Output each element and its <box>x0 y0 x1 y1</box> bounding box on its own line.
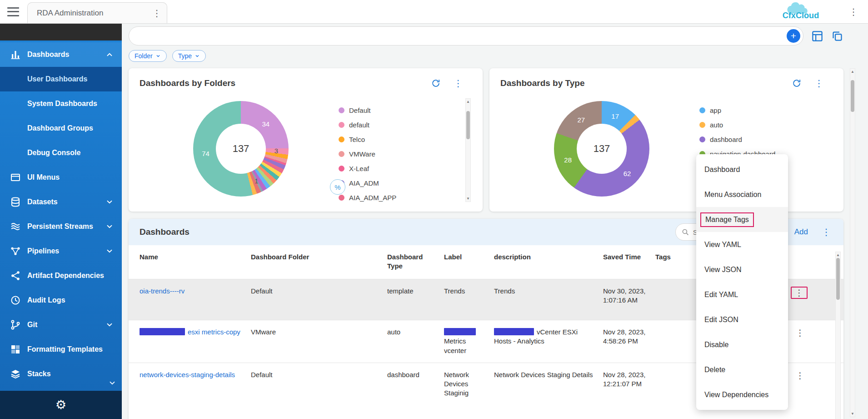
sidebar-scroll-down-icon[interactable] <box>108 379 116 387</box>
settings-gear-icon[interactable]: ⚙ <box>55 398 66 412</box>
cell-text: Default <box>251 287 273 295</box>
menu-item-menu-association[interactable]: Menu Association <box>696 182 788 207</box>
legend-item[interactable]: X-Leaf <box>339 161 396 176</box>
sidebar-item-debug-console[interactable]: Debug Console <box>0 141 122 165</box>
redacted-text <box>140 328 185 335</box>
dashboard-name-link[interactable]: oia-trends----rv <box>140 287 185 295</box>
chevron-down-icon <box>155 53 161 59</box>
chart-legend: appautodashboardnavigation-dashboard <box>699 103 775 161</box>
table-scrollbar[interactable]: ▲ <box>835 252 841 419</box>
cell-text: Nov 28, 2023, 4:58:26 PM <box>603 328 645 345</box>
sidebar-item-stacks[interactable]: Stacks <box>0 362 122 386</box>
cell-saved_time: Nov 28, 2023, 4:58:26 PM <box>603 328 655 355</box>
main-search: + <box>129 26 803 45</box>
copy-icon[interactable] <box>831 30 843 42</box>
legend-item[interactable]: app <box>699 103 775 117</box>
scroll-up-icon[interactable]: ▲ <box>836 252 840 258</box>
row-actions-kebab-icon[interactable]: ⋮ <box>795 288 803 297</box>
cell-text: Default <box>251 371 273 379</box>
sidebar-item-datasets[interactable]: Datasets <box>0 190 122 214</box>
percent-toggle-badge[interactable]: % <box>330 179 345 195</box>
sidebar-item-dashboards[interactable]: Dashboards <box>0 42 122 67</box>
scroll-down-icon[interactable]: ▼ <box>850 411 855 417</box>
legend-item[interactable]: Telco <box>339 132 396 146</box>
dashboard-name-link[interactable]: esxi metrics-copy <box>188 328 240 336</box>
sidebar-item-artifact-dependencies[interactable]: Artifact Dependencies <box>0 263 122 288</box>
cell-folder: VMware <box>251 328 387 355</box>
legend-item[interactable]: dashboard <box>699 132 775 146</box>
menu-item-disable[interactable]: Disable <box>696 332 788 357</box>
dashboard-name-link[interactable]: network-devices-staging-details <box>140 371 235 379</box>
menu-item-dashboard[interactable]: Dashboard <box>696 157 788 182</box>
legend-item[interactable]: AIA_ADM <box>339 176 396 190</box>
filter-chip-type[interactable]: Type <box>172 50 206 62</box>
filter-chip-folder[interactable]: Folder <box>129 50 167 62</box>
sidebar-item-pipelines[interactable]: Pipelines <box>0 239 122 263</box>
plus-add-button[interactable]: + <box>787 29 800 43</box>
cell-text: Network Devices Staginig <box>444 371 469 397</box>
scroll-up-icon[interactable]: ▲ <box>850 69 855 75</box>
page-scrollbar[interactable]: ▲ ▼ <box>850 68 855 417</box>
scroll-down-icon[interactable]: ▼ <box>466 196 470 202</box>
sidebar-item-git[interactable]: Git <box>0 313 122 337</box>
legend-scrollbar[interactable]: ▲▼ <box>465 98 471 202</box>
menu-item-edit-yaml[interactable]: Edit YAML <box>696 282 788 307</box>
slice-value-label: 28 <box>564 156 572 163</box>
filter-chip-label: Type <box>178 52 192 60</box>
cell-label: Trends <box>444 287 494 313</box>
sidebar-item-label: Dashboard Groups <box>27 124 93 132</box>
sidebar-item-persistent-streams[interactable]: Persistent Streams <box>0 214 122 239</box>
app-tab[interactable]: RDA Administration ⋮ <box>27 2 167 23</box>
menu-item-delete[interactable]: Delete <box>696 357 788 382</box>
table-kebab-icon[interactable]: ⋮ <box>822 227 831 237</box>
chart-legend: DefaultdefaultTelcoVMWareX-LeafAIA_ADMAI… <box>339 103 396 205</box>
legend-item[interactable]: auto <box>699 117 775 132</box>
card-kebab-icon[interactable]: ⋮ <box>814 79 823 88</box>
sidebar-item-system-dashboards[interactable]: System Dashboards <box>0 91 122 116</box>
chevron-down-icon <box>105 247 114 255</box>
cell-folder: Default <box>251 370 387 398</box>
cell-label: Network Devices Staginig <box>444 370 494 398</box>
dashboards-by-type-card: Dashboards by Type ⋮ 137 17622827 appaut… <box>489 68 843 212</box>
dashboard-grid-icon[interactable] <box>811 30 823 42</box>
tab-kebab-icon[interactable]: ⋮ <box>152 9 161 18</box>
brand-text: CfxCloud <box>783 11 819 20</box>
kebab-wrap: ⋮ <box>793 370 808 381</box>
menu-item-view-json[interactable]: View JSON <box>696 257 788 282</box>
legend-dot <box>339 166 344 172</box>
cell-text: dashboard <box>387 371 419 379</box>
legend-label: dashboard <box>710 136 742 143</box>
sidebar-item-user-dashboards[interactable]: User Dashboards <box>0 67 122 91</box>
legend-item[interactable]: VMWare <box>339 146 396 161</box>
menu-item-view-dependencies[interactable]: View Dependencies <box>696 382 788 407</box>
row-actions-kebab-icon[interactable]: ⋮ <box>796 328 804 337</box>
table-add-button[interactable]: Add <box>794 227 808 237</box>
hamburger-menu-icon[interactable] <box>7 7 19 16</box>
menu-item-edit-json[interactable]: Edit JSON <box>696 307 788 332</box>
scroll-up-icon[interactable]: ▲ <box>466 99 470 105</box>
sidebar-item-label: Persistent Streams <box>27 222 93 231</box>
kebab-wrap: ⋮ <box>793 328 808 338</box>
sidebar-item-formatting-templates[interactable]: Formatting Templates <box>0 337 122 362</box>
row-context-menu: DashboardMenu AssociationManage TagsView… <box>696 154 788 410</box>
refresh-icon[interactable] <box>431 78 441 88</box>
sidebar-item-audit-logs[interactable]: Audit Logs <box>0 288 122 313</box>
topbar-kebab-icon[interactable]: ⋮ <box>849 7 858 16</box>
row-actions-kebab-icon[interactable]: ⋮ <box>796 371 804 380</box>
menu-item-view-yaml[interactable]: View YAML <box>696 232 788 257</box>
sidebar-item-dashboard-groups[interactable]: Dashboard Groups <box>0 116 122 141</box>
sidebar-item-ui-menus[interactable]: UI Menus <box>0 165 122 190</box>
menu-item-manage-tags[interactable]: Manage Tags <box>696 207 788 232</box>
cell-text: Network Devices Staging Details <box>494 371 593 379</box>
legend-item[interactable]: default <box>339 117 396 132</box>
legend-item[interactable]: AIA_ADM_APP <box>339 190 396 205</box>
cell-type: template <box>387 287 444 313</box>
cell-description: vCenter ESXi Hosts - Analytics <box>494 328 603 355</box>
refresh-icon[interactable] <box>792 78 802 88</box>
main-search-input[interactable] <box>129 27 803 45</box>
legend-item[interactable]: Default <box>339 103 396 117</box>
redacted-text <box>494 328 534 335</box>
card-kebab-icon[interactable]: ⋮ <box>454 79 463 88</box>
legend-dot <box>699 136 705 142</box>
database-icon <box>10 197 21 207</box>
